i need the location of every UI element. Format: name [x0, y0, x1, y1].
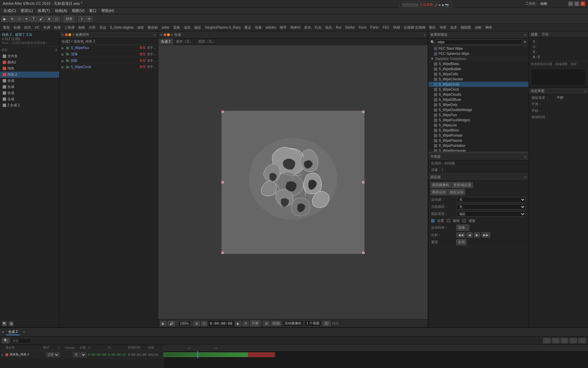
menu-effect[interactable]: 效果(T)	[36, 7, 52, 14]
rotation-checkbox[interactable]	[447, 219, 450, 223]
tl-tool2[interactable]: ⬛	[552, 338, 559, 343]
tree-item-comp2[interactable]: 合成	[0, 84, 59, 90]
edit-target-btn[interactable]: 选项...	[456, 225, 469, 231]
motion-sketch-menu[interactable]: ≡	[584, 89, 586, 93]
effect-wipeclouds[interactable]: S_WipeClouds	[428, 92, 528, 97]
effect-wipedoublewedge[interactable]: S_WipeDoubleWedge	[428, 107, 528, 112]
plugin-form[interactable]: Form	[357, 25, 368, 30]
menu-window[interactable]: 窗口	[87, 7, 99, 14]
align-button[interactable]: 对齐	[64, 16, 75, 22]
handle-bottom-left[interactable]	[222, 252, 224, 254]
quality-btn[interactable]: 完整	[250, 320, 260, 326]
play-btn[interactable]: ▶	[235, 321, 241, 326]
tree-item-comp1[interactable]: 合成	[0, 78, 59, 84]
loop-btn[interactable]: ⟳	[243, 321, 249, 326]
plugin-flux[interactable]: flux	[334, 25, 343, 30]
plugin-ripple[interactable]: 波纹	[135, 25, 146, 30]
category-sapphire[interactable]: ▼ Sapphire Transitions	[428, 56, 528, 61]
plugin-storke[interactable]: Storke	[343, 25, 357, 30]
effect-toggle-4[interactable]: 关于...	[147, 65, 156, 69]
plugin-glow2[interactable]: 发光	[303, 25, 313, 30]
channels-btn[interactable]: RGB	[271, 321, 282, 326]
position-checkbox[interactable]	[431, 219, 435, 223]
effect-toggle-1[interactable]: 关于...	[147, 46, 156, 50]
plugin-color2[interactable]: 色调	[52, 25, 62, 30]
effect-wipeclock[interactable]: S_WipeClock	[428, 87, 528, 92]
tool-clone[interactable]: ⊕	[46, 16, 52, 22]
effect-wipefourwedges[interactable]: S_WipeFourWedges	[428, 118, 528, 123]
analyze-prev-btn[interactable]: ◀	[467, 232, 473, 237]
effect-wipediffuse[interactable]: S_WipeDiffuse	[428, 97, 528, 102]
plugin-greenscreen[interactable]: 绿幕	[253, 25, 263, 30]
views-selector[interactable]: 1 个视图	[305, 320, 321, 326]
menu-view[interactable]: 视图(V)	[70, 7, 86, 14]
effect-name-4[interactable]: S_WipeCircle	[71, 65, 138, 69]
handle-mid-right[interactable]	[362, 181, 364, 183]
plugin-figureblur[interactable]: 图壮	[427, 25, 438, 30]
plugin-color1[interactable]: 色调	[42, 25, 52, 30]
tool-extra1[interactable]: ⇧	[78, 16, 85, 22]
tl-tool4[interactable]: ⬛	[570, 338, 577, 343]
plugin-network[interactable]: 网络	[484, 25, 494, 30]
tab-render[interactable]: 图层（无）	[196, 39, 218, 45]
tool-pen[interactable]: ✒	[23, 16, 30, 22]
plugin-displace[interactable]: 置换	[172, 25, 182, 30]
tree-item-solid1[interactable]: 纯色	[0, 65, 59, 72]
maximize-button[interactable]: □	[574, 1, 579, 6]
safe-zones-btn[interactable]: ⊡	[201, 321, 207, 326]
plugin-motion[interactable]: 动附	[473, 25, 483, 30]
close-button[interactable]: ✕	[581, 1, 585, 6]
plugin-polar2[interactable]: polar	[160, 25, 171, 30]
plugin-curves[interactable]: 曲线	[77, 25, 87, 30]
grid-btn[interactable]: ⊞	[263, 321, 270, 326]
tool-eraser[interactable]: ◻	[53, 16, 60, 22]
effect-reset-1[interactable]: 重置	[140, 46, 146, 50]
effect-fec-sph[interactable]: FEC Sphierize Wipe	[428, 51, 528, 56]
menu-compose[interactable]: 合成(C)	[1, 7, 18, 14]
analyze-next-btn[interactable]: ▶	[474, 232, 480, 237]
plugin-nail[interactable]: 扎化	[313, 25, 323, 30]
effect-wiperectangle[interactable]: S_WipeRectangle	[428, 148, 528, 152]
tl-menu-btn[interactable]: ≡	[23, 330, 25, 334]
plugin-vc[interactable]: VC	[33, 25, 41, 30]
warp-stabilize-btn[interactable]: 变形/稳定器	[452, 182, 473, 188]
current-track-select[interactable]: 无	[456, 204, 526, 210]
plugin-polar[interactable]: 极坐标	[146, 25, 160, 30]
tab-comp2[interactable]: 合成 2	[158, 39, 173, 45]
tl-tab-comp[interactable]: 合成 2	[6, 329, 20, 335]
tree-item-comp5[interactable]: 2 合成 1	[0, 102, 59, 108]
apply-btn[interactable]: 应用	[456, 239, 467, 245]
tl-tool5[interactable]: ⬛	[578, 338, 586, 343]
panel-menu-btn[interactable]: ≡	[154, 33, 156, 37]
tool-brush[interactable]: 🖌	[37, 16, 45, 22]
track-trkmat-select[interactable]: 无	[73, 352, 86, 357]
plugin-xarglon[interactable]: XarglonPlasma S_Rays	[203, 25, 243, 30]
effect-wipeplasma[interactable]: S_WipePlasma	[428, 138, 528, 143]
effect-reset-3[interactable]: 重置	[140, 59, 146, 63]
tree-item-folder[interactable]: 文件夹	[0, 53, 59, 59]
plugin-defocus[interactable]: 征模糊 定模糊	[402, 25, 427, 30]
effect-wipebubble[interactable]: S_WipeBubble	[428, 66, 528, 72]
effect-wipblobs[interactable]: S_WipeBlobs	[428, 61, 528, 66]
plugin-piano[interactable]: 钢琴	[278, 25, 288, 30]
playhead[interactable]	[197, 351, 198, 358]
plugin-fec[interactable]: FEC	[381, 25, 391, 30]
track-mode-select[interactable]: 正常	[46, 352, 60, 357]
plugin-wave[interactable]: 波变	[448, 25, 459, 30]
track-camera-btn[interactable]: 跟踪摄像机	[430, 182, 451, 188]
ram-preview-btn[interactable]: ▶	[160, 321, 166, 326]
plugin-graph[interactable]: 图形	[1, 25, 12, 30]
tool-select[interactable]: ▶	[1, 16, 8, 22]
menu-animation[interactable]: 动画(A)	[53, 7, 69, 14]
effect-wipeflux[interactable]: S_WipeFlux	[428, 112, 528, 118]
search-clear-btn[interactable]: ✕	[523, 40, 526, 44]
effect-name-2[interactable]: 涟漪	[71, 52, 138, 57]
motion-source-select[interactable]: 无	[456, 197, 526, 202]
handle-mid-left[interactable]	[222, 181, 224, 183]
plugin-partic[interactable]: Partic	[369, 25, 381, 30]
tree-item-comp4[interactable]: 合成	[0, 96, 59, 102]
delete-button[interactable]: 🗑	[9, 321, 14, 326]
search-button[interactable]: 🔍	[2, 321, 7, 326]
tree-item-comp3[interactable]: 合成	[0, 90, 59, 96]
plugin-turbulent[interactable]: 湍流	[182, 25, 192, 30]
